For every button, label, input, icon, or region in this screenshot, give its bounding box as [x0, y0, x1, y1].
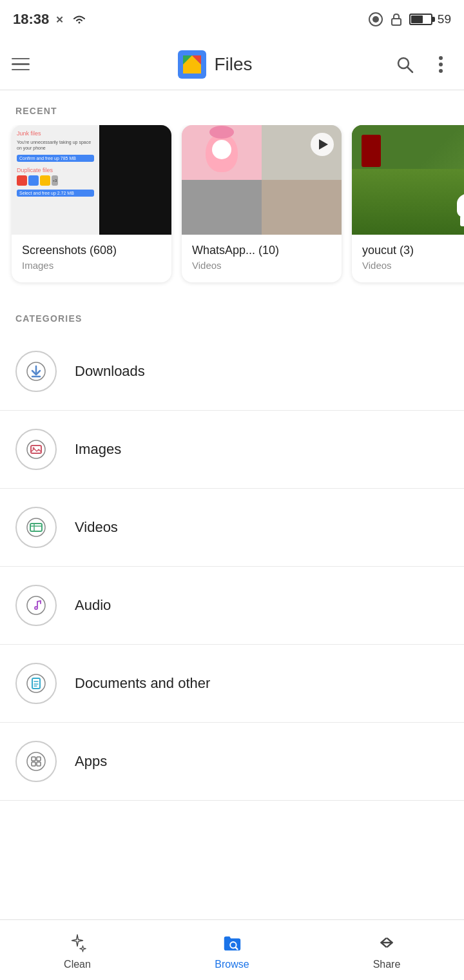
- app-title-container: Files: [37, 50, 393, 79]
- status-time: 18:38 ✕: [13, 11, 86, 28]
- svg-point-16: [27, 440, 45, 458]
- screenshot-card-type: Images: [22, 260, 161, 271]
- documents-icon-circle: [15, 663, 57, 704]
- downloads-icon-circle: [15, 351, 57, 392]
- images-icon: [26, 439, 46, 460]
- youcut-thumbnail: [352, 125, 464, 235]
- category-apps[interactable]: Apps: [0, 723, 464, 801]
- svg-rect-35: [37, 762, 41, 766]
- svg-rect-3: [392, 19, 401, 25]
- downloads-label: Downloads: [75, 363, 145, 380]
- categories-label: CATEGORIES: [0, 298, 464, 333]
- bottom-nav: Clean Browse Share: [0, 919, 464, 980]
- recent-card-screenshots[interactable]: Junk files You're unnecessarily taking u…: [12, 125, 171, 282]
- wifi-icon: [72, 14, 86, 25]
- app-bar: Files: [0, 39, 464, 90]
- videos-icon-circle: [15, 507, 57, 548]
- screenshot-card-name: Screenshots (608): [22, 244, 161, 257]
- youcut-card-type: Videos: [362, 260, 464, 271]
- audio-label: Audio: [75, 597, 111, 614]
- nav-clean[interactable]: Clean: [0, 930, 155, 970]
- videos-icon: [26, 517, 46, 538]
- apps-label: Apps: [75, 753, 107, 770]
- audio-icon: [26, 595, 46, 616]
- svg-point-12: [439, 69, 443, 73]
- search-button[interactable]: [393, 53, 416, 76]
- whatsapp-card-type: Videos: [192, 260, 331, 271]
- hamburger-button[interactable]: [12, 52, 37, 77]
- documents-icon: [26, 673, 46, 694]
- battery-percent: 59: [438, 12, 451, 26]
- more-options-button[interactable]: [429, 53, 452, 76]
- svg-rect-33: [37, 757, 41, 761]
- whatsapp-thumbnail: [182, 125, 342, 235]
- category-documents[interactable]: Documents and other: [0, 645, 464, 723]
- search-icon: [395, 55, 414, 74]
- svg-point-11: [439, 63, 443, 66]
- svg-point-10: [439, 56, 443, 60]
- nav-browse[interactable]: Browse: [155, 930, 309, 970]
- sparkle-icon: [67, 932, 88, 953]
- circle-icon: [368, 12, 383, 27]
- play-button-whatsapp[interactable]: [311, 133, 334, 156]
- recent-card-whatsapp[interactable]: WhatsApp... (10) Videos: [182, 125, 342, 282]
- share-nav-label: Share: [373, 959, 401, 970]
- nav-share[interactable]: Share: [309, 930, 464, 970]
- categories-list: Downloads Images Videos: [0, 333, 464, 801]
- app-bar-actions: [393, 53, 452, 76]
- more-options-icon: [438, 55, 443, 74]
- time-display: 18:38: [13, 11, 49, 28]
- screenshot-card-info: Screenshots (608) Images: [12, 235, 171, 282]
- x-icon: ✕: [54, 13, 67, 26]
- category-downloads[interactable]: Downloads: [0, 333, 464, 411]
- browse-nav-icon: [220, 930, 244, 955]
- category-videos[interactable]: Videos: [0, 489, 464, 567]
- clean-nav-icon: [65, 930, 90, 955]
- screenshot-thumbnail: Junk files You're unnecessarily taking u…: [12, 125, 171, 235]
- battery-icon: [409, 14, 432, 25]
- svg-point-23: [27, 596, 45, 614]
- svg-rect-32: [32, 757, 35, 761]
- clean-nav-label: Clean: [64, 959, 91, 970]
- share-nav-icon: [374, 930, 399, 955]
- svg-rect-20: [30, 524, 42, 531]
- svg-rect-34: [32, 762, 35, 766]
- recent-card-youcut[interactable]: youcut (3) Videos: [352, 125, 464, 282]
- audio-icon-circle: [15, 585, 57, 626]
- apps-icon: [26, 751, 46, 772]
- app-logo: [178, 50, 206, 79]
- folder-search-icon: [222, 932, 242, 953]
- documents-label: Documents and other: [75, 675, 210, 692]
- svg-point-31: [27, 752, 45, 770]
- downloads-icon: [26, 361, 46, 382]
- apps-icon-circle: [15, 741, 57, 782]
- category-images[interactable]: Images: [0, 411, 464, 489]
- share-icon: [376, 932, 397, 953]
- whatsapp-card-info: WhatsApp... (10) Videos: [182, 235, 342, 282]
- recent-label: RECENT: [0, 90, 464, 125]
- svg-line-9: [407, 67, 412, 72]
- youcut-card-info: youcut (3) Videos: [352, 235, 464, 282]
- svg-rect-27: [32, 678, 40, 689]
- whatsapp-card-name: WhatsApp... (10): [192, 244, 331, 257]
- videos-label: Videos: [75, 519, 118, 536]
- category-audio[interactable]: Audio: [0, 567, 464, 645]
- images-label: Images: [75, 441, 121, 458]
- svg-point-2: [372, 16, 379, 23]
- youcut-card-name: youcut (3): [362, 244, 464, 257]
- status-bar: 18:38 ✕ 59: [0, 0, 464, 39]
- images-icon-circle: [15, 429, 57, 470]
- browse-nav-label: Browse: [215, 959, 249, 970]
- app-title: Files: [214, 54, 252, 75]
- lock-icon: [389, 12, 404, 27]
- recent-carousel: Junk files You're unnecessarily taking u…: [0, 125, 464, 298]
- svg-text:✕: ✕: [55, 14, 64, 25]
- svg-point-26: [27, 674, 45, 692]
- svg-rect-17: [31, 446, 41, 453]
- status-icons: 59: [368, 12, 451, 27]
